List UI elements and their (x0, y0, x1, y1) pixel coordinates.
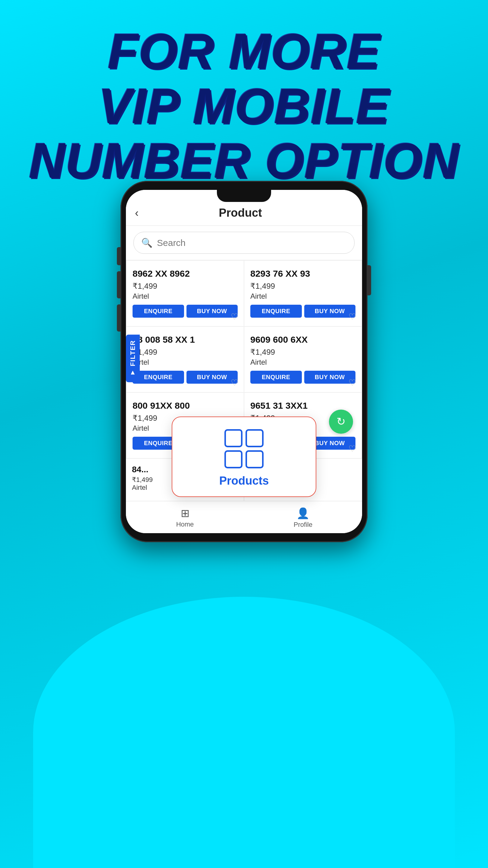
product-number-5: 800 91XX 800 (133, 400, 238, 411)
phone-wrapper: ‹ Product 🔍 ▼ FILTER 8962 XX 8962 (121, 181, 367, 542)
grid-square-4 (246, 450, 264, 468)
enquire-button-2[interactable]: ENQUIRE (250, 305, 302, 318)
headline-line1: FOR MORE (107, 24, 380, 79)
buy-button-1[interactable]: BUY NOW (187, 305, 238, 318)
phone-button-left2 (117, 271, 121, 299)
nav-item-home[interactable]: ⊞ Home (126, 506, 244, 530)
product-price-3: ₹1,499 (133, 347, 238, 357)
back-button[interactable]: ‹ (135, 207, 138, 219)
refresh-button[interactable]: ↻ (329, 410, 353, 434)
product-card-2: 8293 76 XX 93 ₹1,499 Airtel ENQUIRE BUY … (244, 261, 361, 326)
product-carrier-1: Airtel (133, 292, 238, 301)
product-actions-1: ENQUIRE BUY NOW (133, 305, 238, 318)
product-actions-4: ENQUIRE BUY NOW (250, 371, 355, 384)
grid-square-2 (246, 429, 264, 447)
buy-button-2[interactable]: BUY NOW (304, 305, 356, 318)
product-actions-2: ENQUIRE BUY NOW (250, 305, 355, 318)
tooltip-label: Products (219, 474, 269, 487)
product-price-4: ₹1,499 (250, 347, 355, 357)
home-icon: ⊞ (181, 507, 190, 519)
product-carrier-4: Airtel (250, 358, 355, 367)
filter-label: FILTER (129, 340, 137, 366)
headline-line2: VIP MOBILE (98, 79, 390, 134)
product-number-1: 8962 XX 8962 (133, 268, 238, 279)
product-actions-3: ENQUIRE BUY NOW (133, 371, 238, 384)
favorite-icon-1[interactable]: ♡ (231, 312, 238, 321)
search-input[interactable] (157, 238, 347, 248)
grid-square-3 (224, 450, 242, 468)
nav-label-home: Home (176, 521, 194, 528)
product-card-1: 8962 XX 8962 ₹1,499 Airtel ENQUIRE BUY N… (127, 261, 244, 326)
phone-button-left1 (117, 247, 121, 265)
favorite-icon-3[interactable]: ♡ (231, 378, 238, 388)
phone-notch (217, 190, 271, 202)
favorite-icon-4[interactable]: ♡ (349, 378, 356, 388)
filter-tab[interactable]: ▼ FILTER (126, 335, 140, 382)
favorite-icon-6[interactable]: ♡ (349, 444, 356, 454)
bottom-nav: ⊞ Home 👤 Profile (126, 501, 362, 533)
enquire-button-1[interactable]: ENQUIRE (133, 305, 184, 318)
buy-button-4[interactable]: BUY NOW (304, 371, 356, 384)
product-card-4: 9609 600 6XX ₹1,499 Airtel ENQUIRE BUY N… (244, 327, 361, 392)
phone-button-right (367, 265, 371, 296)
product-price-2: ₹1,499 (250, 281, 355, 291)
phone-screen: ‹ Product 🔍 ▼ FILTER 8962 XX 8962 (126, 190, 362, 533)
product-price-1: ₹1,499 (133, 281, 238, 291)
nav-label-profile: Profile (294, 521, 313, 529)
product-card-3: 98 008 58 XX 1 ₹1,499 Airtel ENQUIRE BUY… (127, 327, 244, 392)
profile-icon: 👤 (296, 507, 310, 520)
enquire-button-4[interactable]: ENQUIRE (250, 371, 302, 384)
product-number-4: 9609 600 6XX (250, 334, 355, 345)
filter-icon: ▼ (129, 369, 137, 377)
nav-item-profile[interactable]: 👤 Profile (244, 506, 362, 530)
buy-button-3[interactable]: BUY NOW (187, 371, 238, 384)
favorite-icon-2[interactable]: ♡ (349, 312, 356, 321)
product-number-3: 98 008 58 XX 1 (133, 334, 238, 345)
app-title: Product (144, 207, 336, 219)
phone-frame: ‹ Product 🔍 ▼ FILTER 8962 XX 8962 (121, 181, 367, 542)
product-number-2: 8293 76 XX 93 (250, 268, 355, 279)
headline-section: FOR MORE VIP MOBILE NUMBER OPTION (0, 0, 488, 188)
product-carrier-3: Airtel (133, 358, 238, 367)
product-carrier-2: Airtel (250, 292, 355, 301)
tooltip-grid-icon (224, 429, 264, 468)
headline-line3: NUMBER OPTION (29, 133, 459, 188)
grid-square-1 (224, 429, 242, 447)
background-circle (33, 597, 455, 868)
search-inner: 🔍 (133, 232, 355, 254)
phone-button-left3 (117, 304, 121, 332)
search-icon: 🔍 (141, 238, 153, 248)
enquire-button-3[interactable]: ENQUIRE (133, 371, 184, 384)
search-bar: 🔍 (126, 226, 362, 260)
products-tooltip[interactable]: Products (172, 416, 316, 497)
